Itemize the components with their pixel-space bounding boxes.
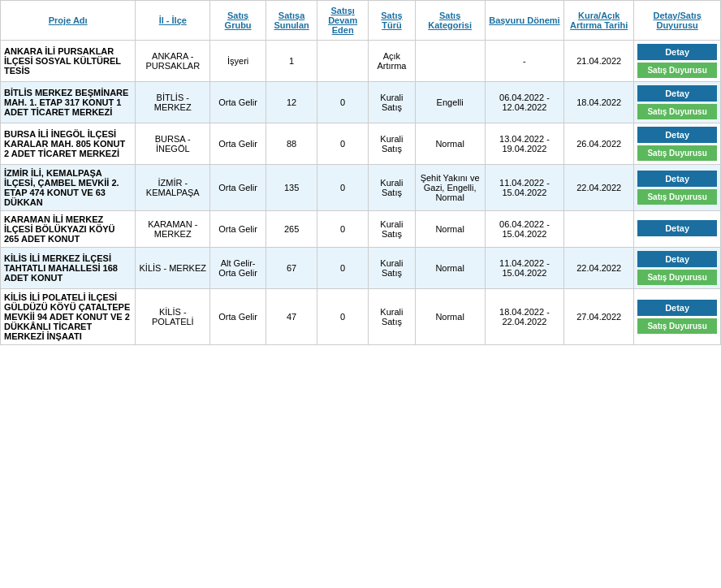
- table-cell: Orta Gelir: [210, 165, 266, 211]
- table-cell: 0: [317, 248, 369, 289]
- action-cell: DetaySatış Duyurusu: [634, 41, 721, 82]
- table-cell: 12: [266, 82, 317, 123]
- detay-button[interactable]: Detay: [637, 171, 717, 187]
- table-cell: İZMİR İLİ, KEMALPAŞA İLÇESİ, ÇAMBEL MEVK…: [1, 165, 136, 211]
- table-row: İZMİR İLİ, KEMALPAŞA İLÇESİ, ÇAMBEL MEVK…: [1, 165, 721, 211]
- table-cell: 0: [317, 211, 369, 248]
- table-cell: Alt Gelir- Orta Gelir: [210, 248, 266, 289]
- table-cell: Normal: [415, 248, 485, 289]
- table-cell: Kurali Satış: [369, 123, 415, 165]
- table-cell: KARAMAN - MERKEZ: [136, 211, 210, 248]
- table-row: BURSA İLİ İNEGÖL İLÇESİ KARALAR MAH. 805…: [1, 123, 721, 165]
- detay-button[interactable]: Detay: [637, 85, 717, 102]
- action-cell: DetaySatış Duyurusu: [634, 289, 721, 345]
- table-cell: 22.04.2022: [564, 165, 634, 211]
- header-satis-devam[interactable]: Satışı Devam Eden: [317, 1, 369, 41]
- header-kura-acik: Kura/Açık Artırma Tarihi: [564, 1, 634, 41]
- detay-button[interactable]: Detay: [637, 300, 717, 316]
- table-cell: BİTLİS MERKEZ BEŞMİNARE MAH. 1. ETAP 317…: [1, 82, 136, 123]
- table-cell: 22.04.2022: [564, 248, 634, 289]
- table-cell: KİLİS İLİ MERKEZ İLÇESİ TAHTATLI MAHALLE…: [1, 248, 136, 289]
- table-cell: 13.04.2022 - 19.04.2022: [485, 123, 564, 165]
- header-il[interactable]: İl - İlçe: [136, 1, 210, 41]
- satis-duyurusu-button[interactable]: Satış Duyurusu: [637, 270, 717, 285]
- data-table: Proje Adı İl - İlçe Satış Grubu Satışa S…: [0, 0, 721, 345]
- table-row: BİTLİS MERKEZ BEŞMİNARE MAH. 1. ETAP 317…: [1, 82, 721, 123]
- table-cell: 21.04.2022: [564, 41, 634, 82]
- table-row: ANKARA İLİ PURSAKLAR İLÇESİ SOSYAL KÜLTÜ…: [1, 41, 721, 82]
- table-cell: Kurali Satış: [369, 248, 415, 289]
- table-cell: BİTLİS - MERKEZ: [136, 82, 210, 123]
- table-cell: [415, 41, 485, 82]
- satis-duyurusu-button[interactable]: Satış Duyurusu: [637, 189, 717, 205]
- table-cell: İZMİR - KEMALPAŞA: [136, 165, 210, 211]
- table-cell: Kurali Satış: [369, 211, 415, 248]
- header-proje[interactable]: Proje Adı: [1, 1, 136, 41]
- detay-button[interactable]: Detay: [637, 127, 717, 143]
- table-cell: BURSA - İNEGÖL: [136, 123, 210, 165]
- table-cell: 67: [266, 248, 317, 289]
- action-cell: DetaySatış Duyurusu: [634, 165, 721, 211]
- table-cell: Orta Gelir: [210, 82, 266, 123]
- table-cell: 1: [266, 41, 317, 82]
- satis-duyurusu-button[interactable]: Satış Duyurusu: [637, 104, 717, 119]
- table-cell: 18.04.2022 - 22.04.2022: [485, 289, 564, 345]
- action-cell: Detay: [634, 211, 721, 248]
- table-cell: [564, 211, 634, 248]
- table-cell: BURSA İLİ İNEGÖL İLÇESİ KARALAR MAH. 805…: [1, 123, 136, 165]
- detay-button[interactable]: Detay: [637, 44, 717, 60]
- table-cell: 11.04.2022 - 15.04.2022: [485, 165, 564, 211]
- table-cell: İşyeri: [210, 41, 266, 82]
- detay-button[interactable]: Detay: [637, 220, 717, 236]
- table-cell: Normal: [415, 289, 485, 345]
- table-cell: -: [485, 41, 564, 82]
- table-cell: 0: [317, 123, 369, 165]
- table-cell: Şehit Yakını ve Gazi, Engelli, Normal: [415, 165, 485, 211]
- main-table-container: Proje Adı İl - İlçe Satış Grubu Satışa S…: [0, 0, 721, 345]
- table-cell: ANKARA İLİ PURSAKLAR İLÇESİ SOSYAL KÜLTÜ…: [1, 41, 136, 82]
- table-cell: KİLİS - POLATELİ: [136, 289, 210, 345]
- detay-button[interactable]: Detay: [637, 251, 717, 267]
- table-cell: 0: [317, 82, 369, 123]
- table-cell: Normal: [415, 123, 485, 165]
- table-cell: Açık Artırma: [369, 41, 415, 82]
- table-cell: 11.04.2022 - 15.04.2022: [485, 248, 564, 289]
- header-satisa-sunulan[interactable]: Satışa Sunulan: [266, 1, 317, 41]
- satis-duyurusu-button[interactable]: Satış Duyurusu: [637, 63, 717, 78]
- table-cell: Kurali Satış: [369, 289, 415, 345]
- table-cell: 27.04.2022: [564, 289, 634, 345]
- table-cell: Normal: [415, 211, 485, 248]
- table-cell: Orta Gelir: [210, 289, 266, 345]
- table-cell: KİLİS - MERKEZ: [136, 248, 210, 289]
- satis-duyurusu-button[interactable]: Satış Duyurusu: [637, 145, 717, 161]
- action-cell: DetaySatış Duyurusu: [634, 248, 721, 289]
- header-basvuru-donemi[interactable]: Başvuru Dönemi: [485, 1, 564, 41]
- table-cell: 26.04.2022: [564, 123, 634, 165]
- table-cell: Engelli: [415, 82, 485, 123]
- table-cell: 0: [317, 289, 369, 345]
- action-cell: DetaySatış Duyurusu: [634, 123, 721, 165]
- satis-duyurusu-button[interactable]: Satış Duyurusu: [637, 318, 717, 334]
- table-cell: 265: [266, 211, 317, 248]
- table-cell: Kurali Satış: [369, 165, 415, 211]
- table-cell: Orta Gelir: [210, 123, 266, 165]
- header-detay-satis: Detay/Satış Duyurusu: [634, 1, 721, 41]
- table-cell: 0: [317, 165, 369, 211]
- table-cell: ANKARA - PURSAKLAR: [136, 41, 210, 82]
- table-row: KARAMAN İLİ MERKEZ İLÇESİ BÖLÜKYAZI KÖYÜ…: [1, 211, 721, 248]
- header-satis-grubu: Satış Grubu: [210, 1, 266, 41]
- header-satis-turu[interactable]: Satış Türü: [369, 1, 415, 41]
- table-row: KİLİS İLİ MERKEZ İLÇESİ TAHTATLI MAHALLE…: [1, 248, 721, 289]
- table-cell: 88: [266, 123, 317, 165]
- table-cell: [317, 41, 369, 82]
- table-cell: 47: [266, 289, 317, 345]
- table-cell: 135: [266, 165, 317, 211]
- header-satis-kategorisi[interactable]: Satış Kategorisi: [415, 1, 485, 41]
- table-cell: KARAMAN İLİ MERKEZ İLÇESİ BÖLÜKYAZI KÖYÜ…: [1, 211, 136, 248]
- table-cell: Orta Gelir: [210, 211, 266, 248]
- table-cell: Kurali Satış: [369, 82, 415, 123]
- table-cell: KİLİS İLİ POLATELİ İLÇESİ GÜLDÜZÜ KÖYÜ Ç…: [1, 289, 136, 345]
- table-cell: 18.04.2022: [564, 82, 634, 123]
- action-cell: DetaySatış Duyurusu: [634, 82, 721, 123]
- table-row: KİLİS İLİ POLATELİ İLÇESİ GÜLDÜZÜ KÖYÜ Ç…: [1, 289, 721, 345]
